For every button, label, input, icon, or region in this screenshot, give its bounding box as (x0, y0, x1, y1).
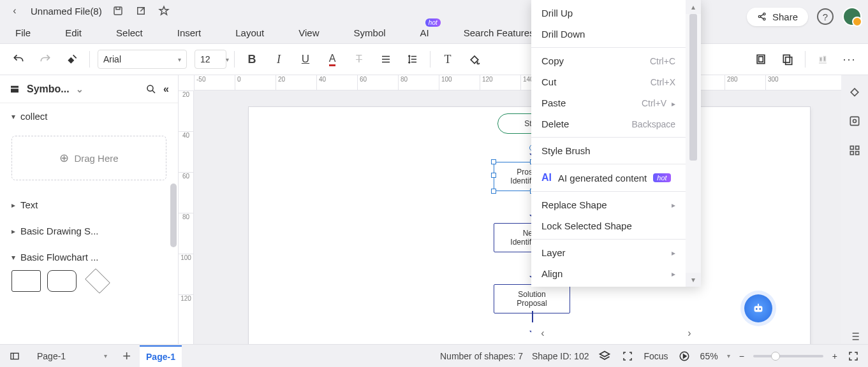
menu-view[interactable]: View (298, 27, 319, 38)
menu-bar: File Edit Select Insert Layout View Symb… (0, 22, 868, 43)
save-icon[interactable] (111, 4, 125, 18)
cm-delete[interactable]: DeleteBackspace (531, 113, 686, 134)
drag-here-target[interactable]: ⊕ Drag Here (11, 136, 166, 180)
cm-cut[interactable]: CutCtrl+X (531, 71, 686, 92)
menu-ai[interactable]: AIhot (420, 27, 429, 38)
prev-page-icon[interactable]: ‹ (536, 327, 549, 339)
format-painter-icon[interactable] (63, 50, 82, 69)
page-dropdown[interactable]: Page-1▾ (31, 349, 114, 364)
zoom-out-button[interactable]: − (739, 351, 744, 361)
line-spacing-icon[interactable] (403, 50, 422, 69)
more-icon[interactable]: ··· (840, 50, 859, 69)
assistant-bubble[interactable] (744, 294, 772, 322)
redo-icon[interactable] (36, 50, 55, 69)
layers-icon[interactable] (598, 349, 612, 363)
zoom-slider[interactable] (753, 355, 823, 357)
focus-icon[interactable] (621, 349, 635, 363)
settings-panel-icon[interactable] (847, 113, 862, 129)
undo-icon[interactable] (9, 50, 28, 69)
back-icon[interactable]: ‹ (8, 4, 22, 18)
menu-select[interactable]: Select (116, 27, 143, 38)
help-icon[interactable]: ? (817, 8, 834, 25)
section-basic-drawing[interactable]: ▸Basic Drawing S... (0, 218, 178, 244)
cm-drill-up[interactable]: Drill Up (531, 3, 686, 24)
collapse-sidebar-icon[interactable]: « (163, 83, 169, 95)
chevron-right-icon: ▸ (11, 227, 15, 236)
resize-handle[interactable] (491, 159, 496, 164)
underline-icon[interactable]: U (296, 50, 315, 69)
menu-search-features[interactable]: Search Features (464, 27, 534, 38)
list-panel-icon[interactable] (847, 329, 862, 344)
export-icon[interactable] (134, 4, 148, 18)
chevron-double-down-icon[interactable]: ⌄ (76, 84, 84, 94)
section-text[interactable]: ▸Text (0, 192, 178, 218)
menu-scroll-up-icon[interactable]: ▴ (686, 0, 701, 14)
fill-icon[interactable] (465, 50, 484, 69)
cm-drill-down[interactable]: Drill Down (531, 24, 686, 45)
font-family-select[interactable]: Arial▾ (98, 50, 187, 69)
bold-icon[interactable]: B (242, 50, 261, 69)
node-solution[interactable]: SolutionProposal (494, 284, 570, 313)
resize-handle[interactable] (491, 173, 496, 178)
scrollbar-thumb[interactable] (689, 14, 697, 161)
drag-here-label: Drag Here (74, 153, 118, 164)
menu-scrollbar[interactable] (686, 14, 701, 273)
sidebar-title: Symbo... (27, 83, 70, 95)
menu-insert[interactable]: Insert (177, 27, 202, 38)
chevron-down-icon: ▾ (178, 56, 181, 63)
menu-edit[interactable]: Edit (65, 27, 82, 38)
section-basic-flowchart[interactable]: ▾Basic Flowchart ... (0, 244, 178, 270)
context-menu: ▴ Drill Up Drill Down CopyCtrl+C CutCtrl… (531, 0, 701, 287)
page-surface[interactable]: Start ProspectIdentification NeedIdentif… (249, 107, 810, 344)
fullscreen-icon[interactable] (846, 349, 860, 363)
cm-layer[interactable]: Layer▸ (531, 242, 686, 263)
sidebar-scrollbar[interactable] (170, 184, 177, 247)
page-single-icon[interactable] (751, 50, 770, 69)
chevron-down-icon[interactable]: ▾ (727, 352, 730, 359)
cm-align[interactable]: Align▸ (531, 263, 686, 284)
clear-format-icon[interactable]: T (349, 50, 369, 69)
align-objects-icon[interactable] (813, 50, 832, 69)
canvas[interactable]: -50 0 20 40 60 80 100 120 140 260 280 30… (179, 75, 841, 344)
presentation-icon[interactable] (677, 349, 691, 363)
menu-symbol[interactable]: Symbol (354, 27, 386, 38)
svg-rect-10 (11, 89, 18, 92)
zoom-thumb[interactable] (771, 352, 780, 361)
hot-badge: hot (425, 18, 441, 27)
zoom-in-button[interactable]: + (832, 351, 837, 361)
pages-panel-icon[interactable] (8, 349, 22, 363)
menu-scroll-down-icon[interactable]: ▾ (686, 273, 701, 287)
star-icon[interactable] (157, 4, 171, 18)
next-page-icon[interactable]: › (683, 327, 696, 339)
cm-style-brush[interactable]: Style Brush (531, 140, 686, 161)
cm-ai-generated[interactable]: AIAI generated contenthot (531, 167, 686, 189)
menu-file[interactable]: File (15, 27, 31, 38)
active-page-tab[interactable]: Page-1 (140, 345, 182, 367)
cm-copy[interactable]: CopyCtrl+C (531, 50, 686, 71)
cm-paste[interactable]: PasteCtrl+V ▸ (531, 92, 686, 113)
shape-rect[interactable] (11, 270, 41, 292)
fill-panel-icon[interactable] (847, 84, 862, 99)
search-icon[interactable] (145, 83, 157, 95)
grid-panel-icon[interactable] (847, 143, 862, 158)
font-size-select[interactable]: 12▾ (195, 50, 226, 69)
cm-lock-shape[interactable]: Lock Selected Shape (531, 215, 686, 236)
shape-diamond[interactable] (85, 268, 110, 294)
menu-layout[interactable]: Layout (235, 27, 264, 38)
text-tool-icon[interactable]: T (438, 50, 457, 69)
section-collect[interactable]: ▾collect (0, 103, 178, 129)
svg-rect-17 (856, 152, 859, 155)
share-button[interactable]: Share (747, 8, 808, 26)
align-icon[interactable] (376, 50, 395, 69)
add-page-button[interactable]: + (122, 348, 131, 364)
zoom-value[interactable]: 65% (700, 351, 718, 361)
focus-label[interactable]: Focus (644, 351, 668, 361)
ai-icon: AI (541, 172, 552, 184)
font-color-icon[interactable]: A (323, 50, 342, 69)
avatar[interactable] (842, 7, 862, 26)
italic-icon[interactable]: I (269, 50, 288, 69)
resize-handle[interactable] (491, 189, 496, 194)
shape-round-rect[interactable] (47, 270, 77, 292)
cm-replace-shape[interactable]: Replace Shape▸ (531, 194, 686, 215)
page-multi-icon[interactable] (778, 50, 797, 69)
